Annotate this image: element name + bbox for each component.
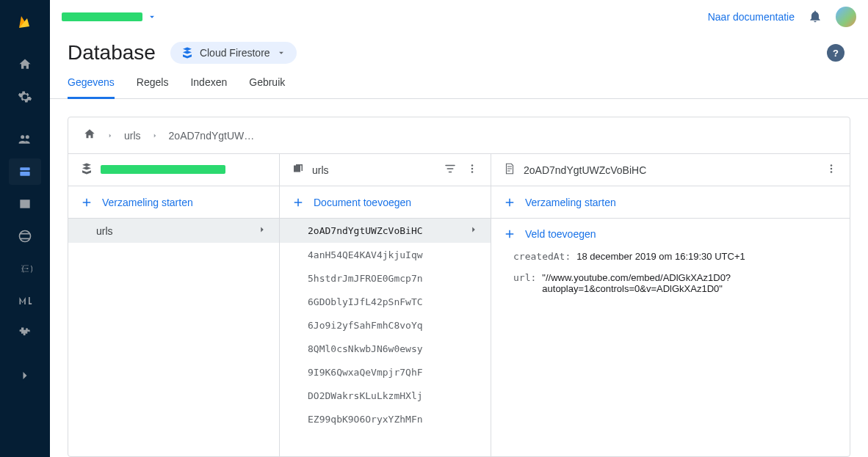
functions-icon[interactable]: (·) (9, 255, 41, 282)
tabs: Gegevens Regels Indexen Gebruik (50, 70, 868, 99)
caret-down-icon (276, 48, 286, 58)
project-name-redacted (62, 12, 142, 21)
svg-point-8 (831, 171, 833, 173)
main: Naar documentatie Database Cloud Firesto… (50, 0, 868, 457)
chevron-right-icon (469, 224, 479, 237)
tab-data[interactable]: Gegevens (68, 70, 115, 99)
start-collection-button[interactable]: Verzameling starten (68, 186, 279, 219)
docs-list: 2oAD7ndYgtUWZcVoBiHC 4anH54QE4KAV4jkjuIq… (280, 219, 491, 456)
hosting-icon[interactable] (9, 223, 41, 249)
action-label: Document toevoegen (314, 197, 411, 208)
home-icon[interactable] (9, 51, 41, 78)
plus-icon (503, 196, 516, 209)
root-header (68, 154, 279, 186)
breadcrumb-collection[interactable]: urls (124, 130, 141, 142)
plus-icon (80, 196, 93, 209)
storage-icon[interactable] (9, 191, 41, 217)
docs-title: urls (312, 164, 436, 176)
columns: Verzameling starten urls (68, 154, 850, 456)
document-row[interactable]: EZ99qbK9O6OryxYZhMFn (280, 407, 491, 431)
add-field-label: Veld toevoegen (525, 228, 596, 240)
docs-header: urls (280, 154, 491, 186)
documentation-link[interactable]: Naar documentatie (708, 11, 795, 23)
start-subcollection-button[interactable]: Verzameling starten (491, 186, 850, 219)
header-right: Naar documentatie (708, 7, 856, 27)
detail-column: 2oAD7ndYgtUWZcVoBiHC Verzameling starten (491, 154, 850, 456)
db-type-label: Cloud Firestore (200, 47, 270, 59)
home-icon[interactable] (83, 128, 96, 143)
document-icon (503, 162, 516, 178)
chevron-right-icon (106, 130, 114, 142)
users-icon[interactable] (9, 126, 41, 153)
root-list: urls (68, 219, 279, 456)
caret-down-icon (147, 12, 157, 22)
filter-icon[interactable] (444, 162, 457, 178)
svg-point-5 (471, 171, 474, 173)
extensions-icon[interactable] (9, 320, 41, 346)
breadcrumb: urls 2oAD7ndYgtUW… (68, 117, 850, 154)
field-url[interactable]: url //www.youtube.com/embed/ADlGkXAz1D0?… (513, 272, 835, 294)
data-explorer: urls 2oAD7ndYgtUW… (68, 117, 850, 457)
chevron-right-icon (257, 224, 267, 237)
document-row[interactable]: 5hstdrJmJFROE0Gmcp7n (280, 266, 491, 290)
firebase-logo[interactable] (9, 9, 41, 35)
collection-row[interactable]: urls (68, 219, 279, 243)
add-document-button[interactable]: Document toevoegen (280, 186, 491, 219)
document-row[interactable]: DO2DWakrsKLuLkzmHXlj (280, 384, 491, 407)
bell-icon[interactable] (808, 9, 822, 26)
svg-point-7 (831, 168, 833, 170)
database-icon[interactable] (9, 158, 41, 185)
action-label: Verzameling starten (102, 197, 193, 208)
detail-body: Veld toevoegen createdAt 18 december 201… (491, 219, 850, 456)
svg-rect-1 (20, 172, 29, 176)
document-row[interactable]: 2oAD7ndYgtUWZcVoBiHC (280, 219, 491, 243)
header: Naar documentatie (50, 0, 868, 34)
tab-usage[interactable]: Gebruik (249, 70, 285, 99)
svg-point-4 (471, 168, 474, 170)
detail-header: 2oAD7ndYgtUWZcVoBiHC (491, 154, 850, 186)
project-selector[interactable] (62, 12, 157, 22)
detail-title: 2oAD7ndYgtUWZcVoBiHC (524, 164, 817, 176)
explorer-wrap: urls 2oAD7ndYgtUW… (50, 99, 868, 457)
more-vert-icon[interactable] (825, 162, 838, 178)
more-vert-icon[interactable] (466, 162, 479, 178)
documents-column: urls Document toevoegen (280, 154, 491, 456)
chevron-right-icon[interactable] (9, 362, 41, 389)
sidebar: (·) (0, 0, 50, 457)
firestore-icon (181, 46, 194, 59)
db-type-selector[interactable]: Cloud Firestore (170, 42, 297, 64)
svg-text:(·): (·) (21, 265, 32, 273)
plus-icon (503, 227, 516, 241)
page-title: Database (68, 41, 156, 65)
collection-icon (292, 162, 305, 178)
field-createdAt[interactable]: createdAt 18 december 2019 om 16:19:30 U… (513, 251, 835, 262)
document-row[interactable]: 6Jo9i2yfSahFmhC8voYq (280, 313, 491, 337)
avatar[interactable] (836, 7, 856, 27)
document-row[interactable]: 9I9K6QwxaQeVmpjr7QhF (280, 360, 491, 384)
chevron-right-icon (151, 130, 159, 142)
action-label: Verzameling starten (525, 197, 616, 208)
document-row[interactable]: 8QMl0csNkwbJN6w0ewsy (280, 337, 491, 360)
plus-icon (292, 196, 305, 209)
document-row[interactable]: 6GDOblyIJfL42pSnFwTC (280, 290, 491, 313)
breadcrumb-document[interactable]: 2oAD7ndYgtUW… (169, 130, 255, 142)
gear-icon[interactable] (9, 84, 41, 110)
svg-point-3 (471, 164, 474, 167)
root-column: Verzameling starten urls (68, 154, 280, 456)
root-title (101, 164, 267, 176)
help-icon[interactable]: ? (827, 44, 845, 62)
document-row[interactable]: 4anH54QE4KAV4jkjuIqw (280, 243, 491, 266)
add-field-button[interactable]: Veld toevoegen (503, 227, 835, 241)
title-row: Database Cloud Firestore ? (50, 34, 868, 70)
svg-point-6 (831, 164, 833, 167)
svg-rect-0 (20, 167, 29, 170)
ml-icon[interactable] (9, 288, 41, 314)
firestore-icon (80, 162, 93, 178)
tab-rules[interactable]: Regels (137, 70, 169, 99)
tab-indexes[interactable]: Indexen (190, 70, 227, 99)
